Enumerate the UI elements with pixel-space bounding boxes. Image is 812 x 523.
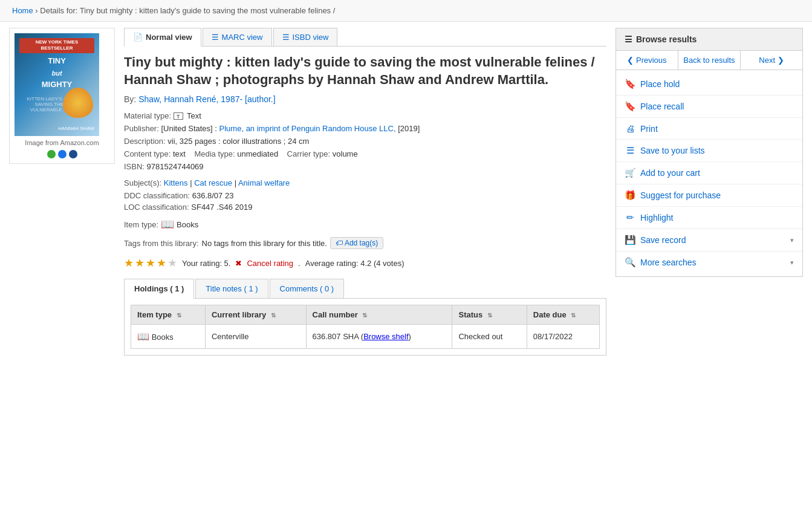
book-cover-title-line3: MIGHTY — [42, 80, 73, 90]
browse-results-header: ☰ Browse results — [616, 28, 802, 51]
author-link[interactable]: Shaw, Hannah René, 1987- [author.] — [138, 94, 276, 104]
view-tabs: 📄 Normal view ☰ MARC view ☰ ISBD view — [124, 28, 606, 47]
sort-call-number-icon: ⇅ — [362, 312, 367, 319]
sort-status-icon: ⇅ — [487, 312, 492, 319]
col-current-library[interactable]: Current library ⇅ — [205, 305, 306, 325]
back-to-results-button[interactable]: Back to results — [678, 51, 741, 70]
ddc-value: 636.8/07 23 — [192, 191, 234, 200]
row-book-icon: 📖 — [137, 331, 149, 342]
main-layout: NEW YORK TIMES BESTSELLER TINY but MIGHT… — [0, 22, 812, 362]
holdings-tabs: Holdings ( 1 ) Title notes ( 1 ) Comment… — [124, 279, 606, 299]
loc-label: LOC classification: — [124, 203, 189, 212]
tab-marc-view[interactable]: ☰ MARC view — [203, 28, 272, 46]
search-icon: 🔍 — [625, 257, 635, 268]
cell-status: Checked out — [452, 325, 527, 349]
material-type-value: Text — [187, 111, 201, 120]
publisher-location: [United States] : — [161, 124, 217, 133]
tab-title-notes[interactable]: Title notes ( 1 ) — [195, 279, 268, 298]
star-4[interactable]: ★ — [157, 256, 166, 270]
cell-item-type: 📖 Books — [131, 325, 206, 349]
print-action[interactable]: 🖨 Print — [616, 118, 802, 140]
browse-results-section: ☰ Browse results ❮ Previous Back to resu… — [615, 28, 803, 277]
sort-date-due-icon: ⇅ — [571, 312, 576, 319]
tags-label: Tags from this library: — [124, 239, 199, 248]
place-recall-action[interactable]: 🔖 Place recall — [616, 96, 802, 118]
breadcrumb-separator: › — [35, 6, 37, 15]
loc-value: SF447 .S46 2019 — [191, 203, 252, 212]
tab-holdings[interactable]: Holdings ( 1 ) — [124, 279, 194, 299]
publisher-row: Publisher: [United States] : Plume, an i… — [124, 124, 606, 133]
col-date-due[interactable]: Date due ⇅ — [527, 305, 599, 325]
cell-date-due: 08/17/2022 — [527, 325, 599, 349]
material-type-row: Material type: T Text — [124, 111, 606, 120]
book-cover-title-line1: TINY — [48, 56, 66, 67]
save-to-lists-action[interactable]: ☰ Save to your lists — [616, 140, 802, 162]
tags-row: Tags from this library: No tags from thi… — [124, 237, 606, 249]
subject-kittens[interactable]: Kittens — [164, 178, 188, 187]
breadcrumb-home[interactable]: Home — [12, 6, 33, 15]
col-status[interactable]: Status ⇅ — [452, 305, 527, 325]
more-searches-action[interactable]: 🔍 More searches ▾ — [616, 252, 802, 273]
color-dot-blue — [58, 150, 67, 158]
col-item-type[interactable]: Item type ⇅ — [131, 305, 206, 325]
material-type-label: Material type: — [124, 111, 171, 120]
sort-item-type-icon: ⇅ — [177, 312, 181, 319]
media-type-label: Media type: — [194, 149, 235, 158]
save-record-action[interactable]: 💾 Save record ▾ — [616, 229, 802, 252]
book-author-row: By: Shaw, Hannah René, 1987- [author.] — [124, 94, 606, 104]
cell-library: Centerville — [205, 325, 306, 349]
image-source-label: Image from Amazon.com — [15, 139, 109, 146]
place-hold-action[interactable]: 🔖 Place hold — [616, 73, 802, 96]
subject-cat-rescue[interactable]: Cat rescue — [194, 178, 232, 187]
browse-shelf-link[interactable]: Browse shelf — [363, 332, 408, 341]
cancel-icon: ✖ — [235, 259, 242, 268]
publisher-link[interactable]: Plume, an imprint of Penguin Random Hous… — [219, 124, 396, 133]
star-3[interactable]: ★ — [146, 256, 155, 270]
content-type-value: text — [173, 149, 186, 158]
cart-icon: 🛒 — [625, 167, 635, 178]
browse-results-label: Browse results — [636, 34, 697, 44]
list-icon: ☰ — [212, 33, 219, 42]
suggest-purchase-action[interactable]: 🎁 Suggest for purchase — [616, 184, 802, 207]
list2-icon: ☰ — [282, 33, 290, 42]
cancel-rating-link[interactable]: Cancel rating — [247, 259, 293, 268]
tags-text: No tags from this library for this title… — [202, 239, 327, 248]
description-label: Description: — [124, 137, 166, 146]
star-2[interactable]: ★ — [135, 256, 145, 270]
tab-isbd-view[interactable]: ☰ ISBD view — [273, 28, 338, 46]
left-panel: NEW YORK TIMES BESTSELLER TINY but MIGHT… — [9, 28, 115, 164]
book-cover-author-credit: HANNAH SHAW — [58, 126, 94, 131]
average-rating: Average rating: 4.2 (4 votes) — [305, 259, 404, 268]
tab-normal-view[interactable]: 📄 Normal view — [124, 28, 201, 47]
rating-row: ★ ★ ★ ★ ★ Your rating: 5. ✖ Cancel ratin… — [124, 256, 606, 270]
right-panel: ☰ Browse results ❮ Previous Back to resu… — [615, 28, 803, 277]
add-to-cart-action[interactable]: 🛒 Add to your cart — [616, 162, 802, 184]
text-material-icon: T — [174, 112, 183, 120]
color-dot-darkblue — [69, 150, 77, 158]
tab-comments[interactable]: Comments ( 0 ) — [270, 279, 345, 298]
document-icon: 📄 — [133, 33, 143, 42]
description-row: Description: vii, 325 pages : color illu… — [124, 137, 606, 146]
next-button[interactable]: Next ❯ — [741, 51, 802, 70]
highlight-action[interactable]: ✏ Highlight — [616, 207, 802, 229]
star-5[interactable]: ★ — [167, 256, 177, 270]
browse-results-icon: ☰ — [625, 34, 632, 44]
publisher-year: [2019] — [398, 124, 420, 133]
publisher-label: Publisher: — [124, 124, 159, 133]
by-label: By: — [124, 94, 136, 104]
ddc-row: DDC classification: 636.8/07 23 — [124, 191, 606, 200]
item-type-value: Books — [177, 220, 198, 229]
print-icon: 🖨 — [625, 123, 635, 134]
book-cover-cat-illustration — [63, 88, 93, 118]
subject-animal-welfare[interactable]: Animal welfare — [238, 178, 290, 187]
item-type-row: Item type: 📖 Books — [124, 218, 606, 231]
add-tags-button[interactable]: 🏷 Add tag(s) — [330, 237, 383, 249]
save-record-arrow-icon: ▾ — [790, 236, 794, 244]
carrier-type-value: volume — [333, 149, 358, 158]
previous-button[interactable]: ❮ Previous — [616, 51, 678, 70]
color-dots — [15, 150, 109, 158]
col-call-number[interactable]: Call number ⇅ — [306, 305, 452, 325]
pencil-icon: ✏ — [625, 212, 635, 223]
item-type-book-icon: 📖 — [161, 218, 174, 231]
star-1[interactable]: ★ — [124, 256, 134, 270]
